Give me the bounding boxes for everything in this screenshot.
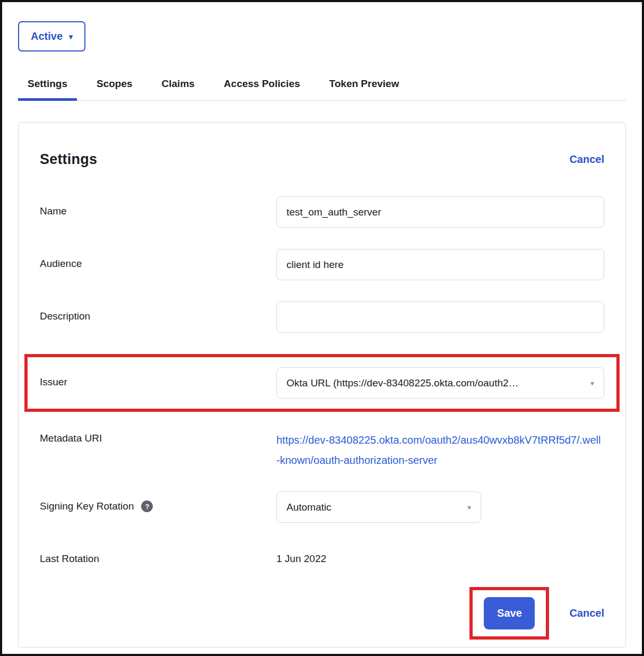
- last-rotation-value: 1 Jun 2022: [276, 544, 326, 565]
- last-rotation-row: Last Rotation 1 Jun 2022: [40, 544, 604, 565]
- name-input[interactable]: [276, 196, 604, 228]
- signing-key-rotation-label: Signing Key Rotation: [40, 500, 134, 512]
- audience-label: Audience: [40, 249, 276, 270]
- save-button[interactable]: Save: [484, 597, 535, 629]
- last-rotation-label: Last Rotation: [40, 544, 276, 565]
- metadata-uri-label: Metadata URI: [40, 424, 276, 444]
- signing-key-rotation-value: Automatic: [286, 502, 331, 513]
- card-header: Settings Cancel: [40, 151, 604, 168]
- tab-claims[interactable]: Claims: [152, 78, 204, 101]
- audience-input[interactable]: [276, 249, 604, 280]
- metadata-uri-row: Metadata URI https://dev-83408225.okta.c…: [40, 424, 604, 470]
- description-label: Description: [40, 301, 276, 322]
- description-row: Description: [40, 301, 604, 333]
- metadata-uri-link[interactable]: https://dev-83408225.okta.com/oauth2/aus…: [276, 424, 604, 470]
- issuer-select-value: Okta URL (https://dev-83408225.okta.com/…: [286, 377, 519, 389]
- save-highlight-box: Save: [469, 587, 549, 640]
- chevron-down-icon: ▾: [590, 378, 594, 387]
- signing-key-rotation-select[interactable]: Automatic ▾: [276, 491, 481, 523]
- page: Active ▾ Settings Scopes Claims Access P…: [0, 0, 644, 656]
- issuer-row: Issuer Okta URL (https://dev-83408225.ok…: [40, 367, 604, 399]
- issuer-select[interactable]: Okta URL (https://dev-83408225.okta.com/…: [276, 367, 604, 399]
- signing-key-rotation-row: Signing Key Rotation ? Automatic ▾: [40, 491, 604, 523]
- card-title: Settings: [40, 151, 97, 168]
- tab-token-preview[interactable]: Token Preview: [320, 78, 409, 101]
- name-label: Name: [40, 196, 276, 217]
- audience-row: Audience: [40, 249, 604, 280]
- issuer-highlight-box: Issuer Okta URL (https://dev-83408225.ok…: [24, 354, 620, 412]
- cancel-link-bottom[interactable]: Cancel: [569, 607, 604, 619]
- form-footer: Save Cancel: [40, 587, 604, 640]
- cancel-link-top[interactable]: Cancel: [569, 153, 604, 166]
- help-icon[interactable]: ?: [141, 500, 153, 512]
- name-row: Name: [40, 196, 604, 228]
- status-dropdown-label: Active: [31, 30, 63, 42]
- issuer-label: Issuer: [40, 367, 276, 388]
- status-dropdown[interactable]: Active ▾: [18, 21, 85, 51]
- chevron-down-icon: ▾: [69, 33, 73, 40]
- description-input[interactable]: [276, 301, 604, 333]
- tab-access-policies[interactable]: Access Policies: [214, 78, 310, 101]
- settings-card: Settings Cancel Name Audience Descriptio…: [18, 122, 626, 648]
- chevron-down-icon: ▾: [467, 503, 471, 511]
- tab-settings[interactable]: Settings: [18, 78, 77, 101]
- signing-key-rotation-label-group: Signing Key Rotation ?: [40, 491, 276, 512]
- tab-scopes[interactable]: Scopes: [87, 78, 142, 101]
- tab-bar: Settings Scopes Claims Access Policies T…: [18, 78, 626, 101]
